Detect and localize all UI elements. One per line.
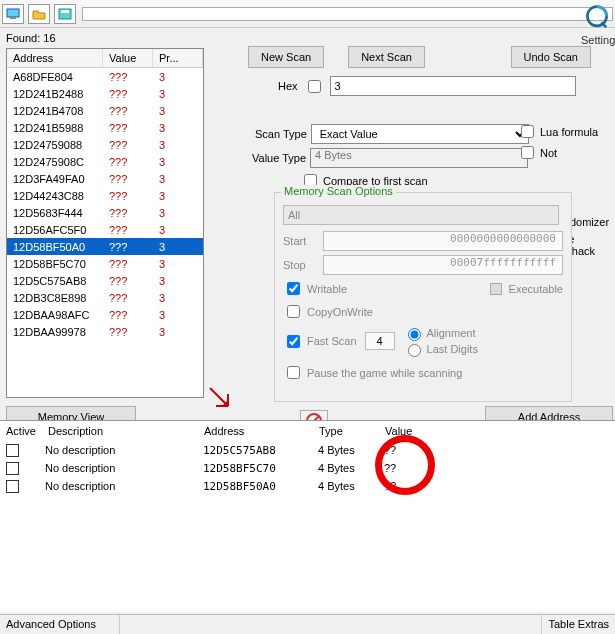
table-row[interactable]: 12DBAA99978???3 — [7, 323, 203, 340]
svg-rect-3 — [61, 10, 69, 13]
col-previous[interactable]: Pr... — [153, 49, 203, 67]
lua-formula-checkbox[interactable] — [521, 125, 534, 138]
hex-checkbox[interactable] — [308, 80, 321, 93]
table-row[interactable]: 12D58BF50A0???3 — [7, 238, 203, 255]
toolbar-progress — [82, 7, 613, 21]
table-row[interactable]: 12DB3C8E898???3 — [7, 289, 203, 306]
table-row[interactable]: 12D2475908C???3 — [7, 153, 203, 170]
next-scan-button[interactable]: Next Scan — [348, 46, 425, 68]
executable-checkbox[interactable] — [490, 283, 502, 295]
found-count: Found: 16 — [6, 32, 56, 44]
memscan-title: Memory Scan Options — [281, 185, 396, 197]
address-list[interactable]: Active Description Address Type Value No… — [0, 420, 615, 612]
table-row[interactable]: 12D5683F444???3 — [7, 204, 203, 221]
table-row[interactable]: 12D56AFC5F0???3 — [7, 221, 203, 238]
alignment-radio[interactable] — [408, 328, 421, 341]
scan-value-input[interactable] — [330, 76, 576, 96]
table-extras-button[interactable]: Table Extras — [541, 615, 615, 634]
scan-type-select[interactable]: Exact Value — [311, 124, 529, 144]
table-row[interactable]: 12D241B4708???3 — [7, 102, 203, 119]
svg-rect-0 — [7, 9, 19, 17]
col-address[interactable]: Address — [7, 49, 103, 67]
active-checkbox[interactable] — [6, 480, 19, 493]
memory-scan-options-group: Memory Scan Options All Start00000000000… — [274, 192, 572, 402]
active-checkbox[interactable] — [6, 462, 19, 475]
col-value[interactable]: Value — [103, 49, 153, 67]
stop-address-input[interactable]: 00007fffffffffff — [323, 255, 563, 275]
table-row[interactable]: 12DBAA98AFC???3 — [7, 306, 203, 323]
active-checkbox[interactable] — [6, 444, 19, 457]
status-bar: Advanced Options Table Extras — [0, 614, 615, 634]
value-type-label: Value Type — [252, 152, 306, 164]
table-row[interactable]: 12D241B5988???3 — [7, 119, 203, 136]
memscan-region-select[interactable]: All — [283, 205, 559, 225]
value-type-select[interactable]: 4 Bytes — [310, 148, 528, 168]
start-address-input[interactable]: 0000000000000000 — [323, 231, 563, 251]
table-row[interactable]: 12D58BF5C70???3 — [7, 255, 203, 272]
address-list-row[interactable]: No description12D58BF50A04 Bytes?? — [0, 477, 615, 495]
table-row[interactable]: 12D24759088???3 — [7, 136, 203, 153]
undo-scan-button[interactable]: Undo Scan — [511, 46, 591, 68]
hex-label: Hex — [278, 80, 298, 92]
table-row[interactable]: 12D241B2488???3 — [7, 85, 203, 102]
toolbar — [0, 0, 615, 28]
not-checkbox[interactable] — [521, 146, 534, 159]
results-header: Address Value Pr... — [7, 49, 203, 68]
table-row[interactable]: 12D44243C88???3 — [7, 187, 203, 204]
advanced-options-button[interactable]: Advanced Options — [0, 615, 120, 634]
new-scan-button[interactable]: New Scan — [248, 46, 324, 68]
address-list-row[interactable]: No description12D58BF5C704 Bytes?? — [0, 459, 615, 477]
process-icon[interactable] — [2, 4, 24, 24]
writable-checkbox[interactable] — [287, 282, 300, 295]
address-list-row[interactable]: No description12D5C575AB84 Bytes?? — [0, 441, 615, 459]
scan-type-label: Scan Type — [255, 128, 307, 140]
pause-checkbox[interactable] — [287, 366, 300, 379]
fastscan-checkbox[interactable] — [287, 335, 300, 348]
copyonwrite-checkbox[interactable] — [287, 305, 300, 318]
address-list-header: Active Description Address Type Value — [0, 421, 615, 441]
lastdigits-radio[interactable] — [408, 344, 421, 357]
svg-rect-1 — [10, 17, 16, 19]
fastscan-value-input[interactable] — [365, 332, 395, 350]
add-to-list-arrow-icon[interactable] — [208, 386, 232, 410]
table-row[interactable]: 12D5C575AB8???3 — [7, 272, 203, 289]
scan-results-table[interactable]: Address Value Pr... A68DFE804???312D241B… — [6, 48, 204, 398]
open-icon[interactable] — [28, 4, 50, 24]
table-row[interactable]: 12D3FA49FA0???3 — [7, 170, 203, 187]
save-icon[interactable] — [54, 4, 76, 24]
table-row[interactable]: A68DFE804???3 — [7, 68, 203, 85]
